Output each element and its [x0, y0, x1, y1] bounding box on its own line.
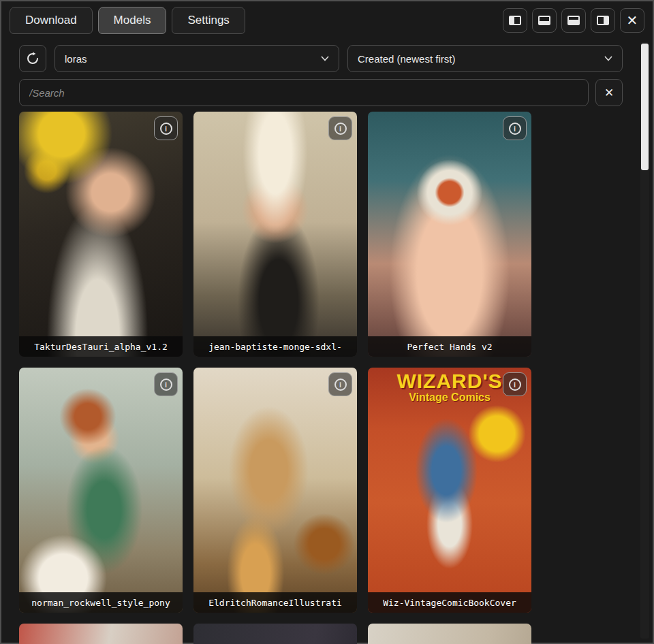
- toolbar: loras Created (newest first): [19, 45, 623, 74]
- model-card[interactable]: i Perfect Hands v2: [368, 112, 531, 357]
- refresh-icon: [26, 52, 40, 65]
- chevron-down-icon: [321, 56, 329, 61]
- scrollbar-thumb[interactable]: [641, 44, 649, 170]
- layout-split-right-icon: [597, 16, 609, 25]
- sort-select[interactable]: Created (newest first): [347, 45, 623, 72]
- model-name-label: TakturDesTauri_alpha_v1.2: [19, 336, 183, 357]
- model-thumbnail: [193, 624, 357, 644]
- clear-icon: ✕: [604, 86, 614, 100]
- model-name-label: Perfect Hands v2: [368, 336, 531, 357]
- model-thumbnail: [368, 624, 531, 644]
- model-card[interactable]: WIZARD'S Vintage Comics i Wiz-VintageCom…: [368, 368, 531, 613]
- card-info-button[interactable]: i: [328, 372, 352, 396]
- model-type-select[interactable]: loras: [54, 45, 339, 72]
- window-controls: ✕: [503, 8, 644, 33]
- info-icon: i: [160, 123, 172, 135]
- close-icon: ✕: [627, 14, 638, 27]
- info-icon: i: [334, 379, 347, 391]
- layout-split-left-button[interactable]: [503, 8, 527, 33]
- layout-bottom-large-icon: [567, 16, 580, 25]
- card-info-button[interactable]: i: [154, 116, 178, 140]
- info-icon: i: [509, 123, 521, 135]
- tab-bar: Download Models Settings: [10, 7, 245, 34]
- model-thumbnail: [19, 624, 183, 644]
- model-type-value: loras: [65, 53, 87, 65]
- scrollbar[interactable]: [640, 42, 649, 639]
- search-row: ✕: [19, 79, 623, 106]
- model-thumbnail: [19, 112, 183, 357]
- card-info-button[interactable]: i: [154, 372, 178, 396]
- refresh-button[interactable]: [19, 45, 46, 72]
- tab-settings[interactable]: Settings: [172, 7, 245, 34]
- info-icon: i: [160, 379, 172, 391]
- tab-models[interactable]: Models: [98, 7, 167, 34]
- layout-split-left-icon: [509, 16, 521, 25]
- model-card[interactable]: i jean-baptiste-monge-sdxl-: [193, 112, 357, 357]
- layout-bottom-large-button[interactable]: [561, 8, 586, 33]
- layout-split-right-button[interactable]: [591, 8, 615, 33]
- tab-download[interactable]: Download: [10, 7, 93, 34]
- model-card[interactable]: i TakturDesTauri_alpha_v1.2: [19, 112, 183, 357]
- model-card[interactable]: i EldritchRomanceIllustrati: [193, 368, 357, 613]
- sort-value: Created (newest first): [358, 53, 455, 65]
- card-info-button[interactable]: i: [503, 116, 527, 140]
- model-card[interactable]: [368, 624, 531, 644]
- search-input[interactable]: [19, 79, 589, 106]
- chevron-down-icon: [604, 56, 612, 61]
- layout-bottom-icon: [538, 16, 550, 25]
- model-card[interactable]: i norman_rockwell_style_pony: [19, 368, 183, 613]
- model-thumbnail: [368, 112, 531, 357]
- model-name-label: norman_rockwell_style_pony: [19, 592, 183, 613]
- model-name-label: jean-baptiste-monge-sdxl-: [193, 336, 357, 357]
- model-grid: i TakturDesTauri_alpha_v1.2 i jean-bapti…: [19, 112, 531, 644]
- model-card[interactable]: [193, 624, 357, 644]
- model-card[interactable]: [19, 624, 183, 644]
- card-info-button[interactable]: i: [503, 372, 527, 396]
- info-icon: i: [509, 379, 521, 391]
- close-button[interactable]: ✕: [620, 8, 644, 33]
- card-info-button[interactable]: i: [328, 116, 352, 140]
- search-clear-button[interactable]: ✕: [595, 79, 623, 106]
- model-thumbnail: [193, 112, 357, 357]
- model-thumbnail: [193, 368, 357, 613]
- model-name-label: Wiz-VintageComicBookCover: [368, 592, 531, 613]
- model-thumbnail: [368, 368, 531, 613]
- info-icon: i: [334, 123, 347, 135]
- model-thumbnail: [19, 368, 183, 613]
- layout-bottom-button[interactable]: [532, 8, 557, 33]
- model-name-label: EldritchRomanceIllustrati: [193, 592, 357, 613]
- model-browser-window: Download Models Settings ✕ loras: [0, 0, 654, 644]
